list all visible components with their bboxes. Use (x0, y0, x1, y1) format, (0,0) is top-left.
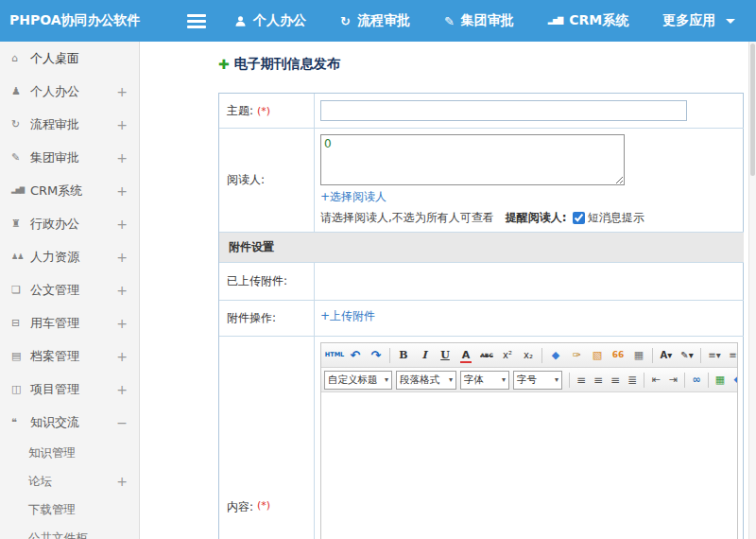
flash-icon[interactable]: ◆ (729, 371, 737, 390)
expand-indicator[interactable]: + (116, 250, 128, 265)
content-cell: HTML ↶ ↷ B I U A ABC x² x₂ ◆ ✑ ▧ 66 ▦ (315, 336, 744, 539)
align-left-icon[interactable]: ≡ (573, 371, 590, 390)
align-justify-icon[interactable]: ≣ (624, 371, 641, 390)
uploaded-attachments-label: 已上传附件: (219, 262, 315, 300)
expand-indicator[interactable]: + (116, 84, 128, 99)
topnav-group-approval[interactable]: ✎ 集团审批 (444, 12, 514, 29)
sidebar-item-knowledge-management[interactable]: 知识管理 (0, 439, 139, 467)
image-icon[interactable]: ▦ (712, 371, 729, 390)
editor-content[interactable] (321, 392, 737, 539)
upload-attachment-link[interactable]: +上传附件 (320, 308, 375, 324)
topnav-more-apps[interactable]: 更多应用 (662, 12, 735, 29)
font-size-select[interactable]: 字号▾ (513, 371, 562, 390)
editor-toolbar-row2: 自定义标题▾ 段落格式▾ 字体▾ 字号▾ ≡ ≡ ≡ ≣ (321, 368, 737, 392)
bullet-list-icon[interactable]: ≡▾ (705, 346, 724, 365)
redo-icon[interactable]: ↷ (367, 346, 386, 365)
sidebar-item-group-approval[interactable]: ✎ 集团审批 + (0, 141, 139, 174)
align-center-icon[interactable]: ≡ (590, 371, 607, 390)
topnav-personal-office[interactable]: 个人办公 (234, 12, 306, 29)
sidebar-item-forum[interactable]: 论坛 + (0, 467, 139, 496)
topnav-crm-system[interactable]: ▂▅▇ CRM系统 (548, 12, 628, 29)
toolbar-separator (652, 348, 653, 363)
chart-icon: ▂▅▇ (548, 17, 562, 25)
app-title: PHPOA协同办公软件 (0, 12, 187, 29)
sidebar-item-crm-system[interactable]: ▂▅▇ CRM系统 + (0, 174, 139, 207)
sidebar-item-document-management[interactable]: ❏ 公文管理 + (0, 273, 139, 306)
chart-icon: ▂▅▇ (11, 187, 30, 194)
expand-indicator[interactable]: + (116, 117, 128, 132)
collapse-indicator[interactable]: − (116, 415, 128, 430)
page-title: ✚ 电子期刊信息发布 (218, 55, 748, 74)
expand-indicator[interactable]: + (116, 474, 128, 489)
outdent-icon[interactable]: ⇤ (647, 371, 664, 390)
select-readers-link[interactable]: +选择阅读人 (320, 189, 387, 205)
edit-icon: ✎ (444, 15, 455, 27)
chevron-down-icon (726, 19, 735, 24)
sidebar-item-personal-desktop[interactable]: ⌂ 个人桌面 (0, 42, 139, 75)
font-color-icon[interactable]: A (456, 346, 475, 365)
html-source-icon[interactable]: HTML (325, 346, 344, 365)
project-icon: ◫ (11, 384, 30, 394)
quote-icon[interactable]: 66 (609, 346, 627, 365)
sidebar-item-process-approval[interactable]: ↻ 流程审批 + (0, 108, 139, 141)
eraser-icon[interactable]: ◆ (546, 346, 565, 365)
font-family-select[interactable]: 字体▾ (460, 371, 509, 390)
format-painter-icon[interactable]: ✑ (567, 346, 586, 365)
readers-textarea[interactable]: 0 (320, 134, 625, 185)
subscript-icon[interactable]: x₂ (519, 346, 538, 365)
main-content: ✚ 电子期刊信息发布 主题: (*) 阅读人: 0 +选择阅读人 请选择阅读人,… (141, 42, 748, 539)
subject-label: 主题: (*) (219, 94, 315, 128)
superscript-icon[interactable]: x² (498, 346, 517, 365)
publish-form: 主题: (*) 阅读人: 0 +选择阅读人 请选择阅读人,不选为所有人可查看 提… (218, 93, 744, 539)
numbered-list-icon[interactable]: ≡▾ (726, 346, 737, 365)
vertical-scrollbar[interactable] (748, 42, 756, 539)
expand-indicator[interactable]: + (116, 183, 128, 199)
heading-style-select[interactable]: 自定义标题▾ (324, 371, 392, 390)
sidebar-item-public-file-cabinet[interactable]: 公共文件柜 (0, 524, 139, 539)
expand-indicator[interactable]: + (116, 316, 128, 331)
expand-indicator[interactable]: + (116, 217, 128, 232)
italic-icon[interactable]: I (415, 346, 434, 365)
align-right-icon[interactable]: ≡ (607, 371, 624, 390)
strikethrough-icon[interactable]: ABC (477, 346, 496, 365)
expand-indicator[interactable]: + (116, 283, 128, 298)
sidebar-item-archive-management[interactable]: ▤ 档案管理 + (0, 339, 139, 373)
expand-indicator[interactable]: + (116, 382, 128, 397)
topnav-process-approval[interactable]: ↻ 流程审批 (340, 12, 410, 29)
subject-input[interactable] (320, 100, 687, 121)
sidebar-item-download-management[interactable]: 下载管理 (0, 496, 139, 524)
sms-remind-checkbox[interactable] (573, 212, 585, 224)
fill-color-icon[interactable]: ▧ (588, 346, 607, 365)
attachment-section-header: 附件设置 (219, 232, 744, 262)
topnav-label: 集团审批 (461, 12, 514, 29)
undo-icon[interactable]: ↶ (346, 346, 365, 365)
scrollbar-thumb[interactable] (750, 43, 755, 176)
toolbar-separator (541, 348, 542, 363)
underline-icon[interactable]: U (436, 346, 455, 365)
sidebar-item-project-management[interactable]: ◫ 项目管理 + (0, 373, 139, 406)
add-icon: ✚ (218, 58, 230, 71)
menu-icon[interactable] (187, 11, 206, 31)
paragraph-format-select[interactable]: 段落格式▾ (396, 371, 456, 390)
sidebar-item-knowledge-exchange[interactable]: ❝ 知识交流 − (0, 406, 139, 439)
pen-color-dropdown-icon[interactable]: ✎▾ (678, 346, 696, 365)
subject-cell (315, 94, 744, 128)
readers-hint-line: 请选择阅读人,不选为所有人可查看 提醒阅读人: 短消息提示 (320, 210, 738, 226)
indent-icon[interactable]: ⇥ (664, 371, 681, 390)
sidebar-item-personal-office[interactable]: ♟ 个人办公 + (0, 75, 139, 108)
sidebar-item-vehicle-management[interactable]: ⊟ 用车管理 + (0, 306, 139, 339)
link-icon[interactable]: ∞ (688, 371, 705, 390)
bold-icon[interactable]: B (394, 346, 413, 365)
frame-icon[interactable]: ▦ (629, 346, 648, 365)
expand-indicator[interactable]: + (116, 349, 128, 364)
content-label: 内容: (*) (219, 336, 315, 539)
expand-indicator[interactable]: + (116, 150, 128, 165)
text-color-dropdown-icon[interactable]: A▾ (657, 346, 676, 365)
sms-remind-label: 短消息提示 (588, 210, 644, 226)
process-icon: ↻ (11, 119, 30, 130)
sidebar-item-admin-office[interactable]: ♜ 行政办公 + (0, 207, 139, 240)
sidebar-item-human-resources[interactable]: ♟♟ 人力资源 + (0, 240, 139, 273)
toolbar-separator (644, 373, 644, 388)
person-icon: ♟ (11, 86, 30, 96)
topnav-label: CRM系统 (569, 12, 628, 29)
